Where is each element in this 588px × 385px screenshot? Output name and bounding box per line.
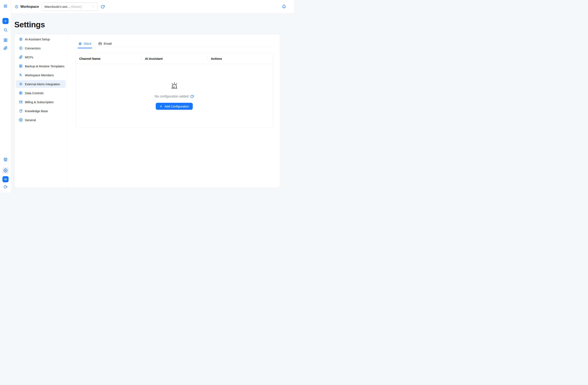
workspace-info-icon[interactable] xyxy=(15,5,18,9)
refresh-configurations-button[interactable] xyxy=(190,95,194,98)
workspace-selector-role: (Owner) xyxy=(71,5,82,8)
server-icon xyxy=(19,64,23,68)
search-icon xyxy=(3,28,8,32)
slack-icon xyxy=(78,42,82,45)
ai-assistant-button[interactable] xyxy=(3,157,8,162)
settings-card: AI Assistant Setup Connectors MCPs Backu… xyxy=(14,34,280,188)
alarm-icon xyxy=(170,82,179,91)
ai-assistant-icon xyxy=(19,37,23,41)
column-header-channel-name: Channel Name xyxy=(76,53,141,64)
logout-button[interactable] xyxy=(3,185,8,189)
envelope-icon xyxy=(98,42,102,45)
nav-item-mcps[interactable]: MCPs xyxy=(15,53,67,62)
nav-item-ai-assistant-setup[interactable]: AI Assistant Setup xyxy=(15,35,67,44)
nav-item-label: Backup & Restore Templates xyxy=(25,64,64,68)
tab-label: Slack xyxy=(84,42,91,45)
settings-nav: AI Assistant Setup Connectors MCPs Backu… xyxy=(15,34,67,188)
alarm-icon xyxy=(19,82,23,86)
table-empty-state: No configuration added Add Configuration xyxy=(76,64,273,128)
nav-item-general[interactable]: General xyxy=(15,116,67,124)
bell-icon xyxy=(282,4,286,9)
search-button[interactable] xyxy=(3,28,8,32)
upgrade-button[interactable] xyxy=(2,176,9,182)
tab-slack[interactable]: Slack xyxy=(78,40,91,47)
sidebar-divider xyxy=(0,154,11,154)
add-configuration-label: Add Configuration xyxy=(164,105,189,108)
workspace-label: Workspace xyxy=(21,5,39,9)
nav-item-external-alerts-integration[interactable]: External Alerts Integration xyxy=(16,80,66,88)
sidebar-divider xyxy=(0,36,11,36)
nav-item-label: Data Controls xyxy=(25,91,44,95)
nav-item-knowledge-base[interactable]: Knowledge Base xyxy=(15,106,67,116)
nav-item-data-controls[interactable]: Data Controls xyxy=(15,89,67,97)
ai-assistant-icon xyxy=(3,157,8,162)
nav-item-label: Workspace Members xyxy=(25,73,54,77)
app-root: Workspace Wanclouds's wor... (Owner) Set… xyxy=(0,0,294,192)
nav-item-backup-restore-templates[interactable]: Backup & Restore Templates xyxy=(15,62,67,71)
menu-unfold-icon xyxy=(3,4,8,8)
reload-icon xyxy=(101,5,105,9)
logout-icon xyxy=(3,185,8,189)
plus-circle-icon xyxy=(19,46,23,50)
configurations-table: Channel Name AI Assistant Actions No con… xyxy=(75,53,273,128)
nav-item-label: AI Assistant Setup xyxy=(25,38,50,41)
table-header-row: Channel Name AI Assistant Actions xyxy=(76,53,273,64)
refresh-workspace-button[interactable] xyxy=(101,5,105,9)
credit-card-icon xyxy=(19,100,23,104)
nav-item-label: MCPs xyxy=(25,56,33,59)
new-item-button[interactable] xyxy=(2,18,9,24)
collapse-sidebar-button[interactable] xyxy=(3,4,8,8)
page-title: Settings xyxy=(14,20,45,29)
column-header-actions: Actions xyxy=(207,53,273,64)
plus-icon xyxy=(159,105,163,108)
nav-item-workspace-members[interactable]: Workspace Members xyxy=(15,71,67,79)
empty-state-message: No configuration added xyxy=(155,95,189,98)
tab-label: Email xyxy=(104,42,112,45)
chevron-down-icon xyxy=(92,5,95,8)
top-header: Workspace Wanclouds's wor... (Owner) xyxy=(11,0,294,14)
nav-item-label: Knowledge Base xyxy=(25,109,48,113)
workspace-selector-value: Wanclouds's wor... xyxy=(44,5,70,8)
gear-icon xyxy=(19,118,23,122)
attachments-button[interactable] xyxy=(3,46,8,50)
add-configuration-button[interactable]: Add Configuration xyxy=(156,103,192,110)
paperclip-icon xyxy=(3,46,8,50)
settings-content: Slack Email Channel Name AI Assistant Ac… xyxy=(75,34,273,188)
column-header-ai-assistant: AI Assistant xyxy=(141,53,207,64)
users-icon xyxy=(19,73,23,77)
nav-item-billing-subscription[interactable]: Billing & Subscription xyxy=(15,97,67,106)
workspace-selector[interactable]: Wanclouds's wor... (Owner) xyxy=(42,2,98,11)
paperclip-icon xyxy=(19,55,23,59)
plus-icon xyxy=(4,19,7,23)
gear-icon xyxy=(3,168,8,173)
notifications-button[interactable] xyxy=(282,4,286,9)
grid-icon xyxy=(3,38,8,42)
crown-icon xyxy=(4,178,7,181)
nav-item-label: Billing & Subscription xyxy=(25,100,54,104)
nav-item-label: Connectors xyxy=(25,46,41,50)
nav-item-connectors[interactable]: Connectors xyxy=(15,44,67,53)
nav-item-label: External Alerts Integration xyxy=(25,82,60,86)
settings-button[interactable] xyxy=(2,167,9,174)
tab-email[interactable]: Email xyxy=(98,40,112,47)
apps-grid-button[interactable] xyxy=(3,38,8,42)
server-icon xyxy=(19,91,23,95)
alerts-tabbar: Slack Email xyxy=(75,40,273,47)
sidebar-divider xyxy=(0,164,11,165)
book-icon xyxy=(19,109,23,113)
app-sidebar xyxy=(0,0,11,192)
nav-item-label: General xyxy=(25,118,36,122)
